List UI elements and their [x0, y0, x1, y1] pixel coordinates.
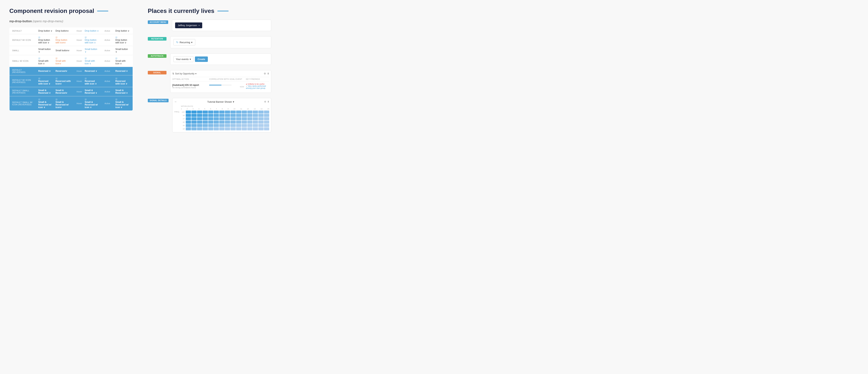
heatmap-cell[interactable] — [219, 124, 224, 127]
heatmap-cell[interactable] — [258, 121, 264, 124]
heatmap-cell[interactable] — [191, 127, 196, 130]
heatmap-cell[interactable] — [264, 117, 269, 120]
heatmap-cell[interactable] — [186, 111, 191, 114]
heatmap-cell[interactable] — [208, 117, 213, 120]
default-drop-btn[interactable]: Small button ∨ — [38, 48, 53, 53]
heatmap-cell[interactable] — [197, 114, 202, 117]
heatmap-cell[interactable] — [191, 117, 196, 120]
active-drop-btn[interactable]: Reversed ∨ — [116, 70, 128, 72]
heatmap-cell[interactable] — [247, 121, 252, 124]
heatmap-cell[interactable] — [264, 114, 269, 117]
gear-icon[interactable]: ⚙ — [264, 72, 266, 75]
heatmap-cell[interactable] — [230, 124, 236, 127]
hover-drop-btn[interactable]: Small & Reversed ∨ — [85, 89, 99, 94]
heatmap-cell[interactable] — [236, 124, 241, 127]
active-drop-btn[interactable]: Reversed with icon ∨ — [116, 80, 130, 85]
heatmap-cell[interactable] — [197, 121, 202, 124]
heatmap-cell[interactable] — [225, 114, 230, 117]
heatmap-cell[interactable] — [225, 124, 230, 127]
heatmap-cell[interactable] — [214, 124, 219, 127]
default-drop-btn[interactable]: Small with icon ∨ — [38, 60, 53, 65]
heatmap-cell[interactable] — [191, 121, 196, 124]
your-events-button[interactable]: Your events ▾ — [174, 56, 193, 62]
heatmap-cell[interactable] — [214, 111, 219, 114]
heatmap-cell[interactable] — [203, 114, 208, 117]
heatmap-cell[interactable] — [230, 117, 236, 120]
active-drop-btn[interactable]: Drop button with icon ∨ — [116, 39, 130, 44]
heatmap-cell[interactable] — [186, 127, 191, 130]
heatmap-cell[interactable] — [242, 124, 247, 127]
heatmap-cell[interactable] — [236, 114, 241, 117]
heatmap-cell[interactable] — [253, 111, 258, 114]
heatmap-cell[interactable] — [258, 114, 264, 117]
heatmap-cell[interactable] — [247, 114, 252, 117]
heatmap-cell[interactable] — [203, 117, 208, 120]
heatmap-cell[interactable] — [242, 114, 247, 117]
heatmap-cell[interactable] — [236, 111, 241, 114]
heatmap-cell[interactable] — [219, 117, 224, 120]
heatmap-cell[interactable] — [219, 114, 224, 117]
heatmap-cell[interactable] — [203, 121, 208, 124]
default-drop-btn[interactable]: Small & Reversed w/ icon ∨ — [38, 101, 53, 108]
state-drop-btn[interactable]: Small & Reversed w/ icon∨ — [56, 101, 71, 108]
active-drop-btn[interactable]: Small & Reversed w/ icon ∨ — [116, 101, 130, 108]
heatmap-cell[interactable] — [225, 127, 230, 130]
heatmap-cell[interactable] — [230, 121, 236, 124]
heatmap-cell[interactable] — [242, 111, 247, 114]
heatmap-cell[interactable] — [214, 121, 219, 124]
heatmap-cell[interactable] — [264, 127, 269, 130]
heatmap-cell[interactable] — [203, 111, 208, 114]
active-drop-btn[interactable]: Small button ∨ — [116, 48, 130, 53]
heatmap-cell[interactable] — [191, 111, 196, 114]
heatmap-cell[interactable] — [197, 111, 202, 114]
state-drop-btn[interactable]: Drop button∨ — [56, 30, 69, 32]
heatmap-cell[interactable] — [258, 127, 264, 130]
heatmap-cell[interactable] — [242, 121, 247, 124]
heatmap-cell[interactable] — [253, 124, 258, 127]
active-drop-btn[interactable]: Drop button ∨ — [116, 30, 129, 32]
heatmap-cell[interactable] — [191, 124, 196, 127]
heatmap-cell[interactable] — [225, 111, 230, 114]
heatmap-cell[interactable] — [253, 117, 258, 120]
heatmap-cell[interactable] — [258, 124, 264, 127]
heatmap-cell[interactable] — [208, 121, 213, 124]
heatmap-cell[interactable] — [253, 127, 258, 130]
hover-drop-btn[interactable]: Reversed ∨ — [85, 70, 97, 72]
heatmap-cell[interactable] — [247, 124, 252, 127]
heatmap-cell[interactable] — [236, 121, 241, 124]
recurring-button[interactable]: ↻ Recurring ▾ — [174, 39, 195, 45]
heatmap-cell[interactable] — [242, 127, 247, 130]
download-icon[interactable]: ⬇ — [267, 72, 269, 75]
default-drop-btn[interactable]: Reversed with icon ∨ — [38, 80, 53, 85]
state-drop-btn[interactable]: Reversed with icon∨ — [56, 80, 71, 85]
heatmap-gear-icon[interactable]: ⚙ — [264, 100, 266, 103]
default-drop-btn[interactable]: Drop button with icon ∨ — [38, 39, 53, 44]
heatmap-cell[interactable] — [208, 127, 213, 130]
active-drop-btn[interactable]: Small & Reversed ∨ — [116, 89, 130, 94]
active-drop-btn[interactable]: Small with icon ∨ — [116, 60, 130, 65]
heatmap-cell[interactable] — [264, 111, 269, 114]
heatmap-cell[interactable] — [191, 114, 196, 117]
heatmap-cell[interactable] — [247, 111, 252, 114]
heatmap-cell[interactable] — [197, 124, 202, 127]
heatmap-download-icon[interactable]: ⬇ — [267, 100, 269, 103]
hover-drop-btn[interactable]: Small with icon ∨ — [85, 60, 99, 65]
state-drop-btn[interactable]: Small with icon∨ — [56, 60, 71, 65]
heatmap-cell[interactable] — [258, 117, 264, 120]
heatmap-cell[interactable] — [203, 127, 208, 130]
sort-by-button[interactable]: ⇅ Sort by Opportunity ▾ — [172, 72, 196, 75]
heatmap-cell[interactable] — [186, 114, 191, 117]
heatmap-cell[interactable] — [264, 124, 269, 127]
heatmap-cell[interactable] — [225, 117, 230, 120]
heatmap-cell[interactable] — [186, 117, 191, 120]
heatmap-cell[interactable] — [219, 127, 224, 130]
heatmap-cell[interactable] — [264, 121, 269, 124]
heatmap-cell[interactable] — [208, 124, 213, 127]
state-drop-btn[interactable]: Reversed∨ — [56, 70, 67, 72]
heatmap-cell[interactable] — [208, 114, 213, 117]
heatmap-cell[interactable] — [253, 114, 258, 117]
default-drop-btn[interactable]: Drop button ∨ — [38, 30, 52, 32]
heatmap-cell[interactable] — [186, 121, 191, 124]
state-drop-btn[interactable]: Small & Reversed∨ — [56, 89, 71, 94]
heatmap-cell[interactable] — [214, 114, 219, 117]
